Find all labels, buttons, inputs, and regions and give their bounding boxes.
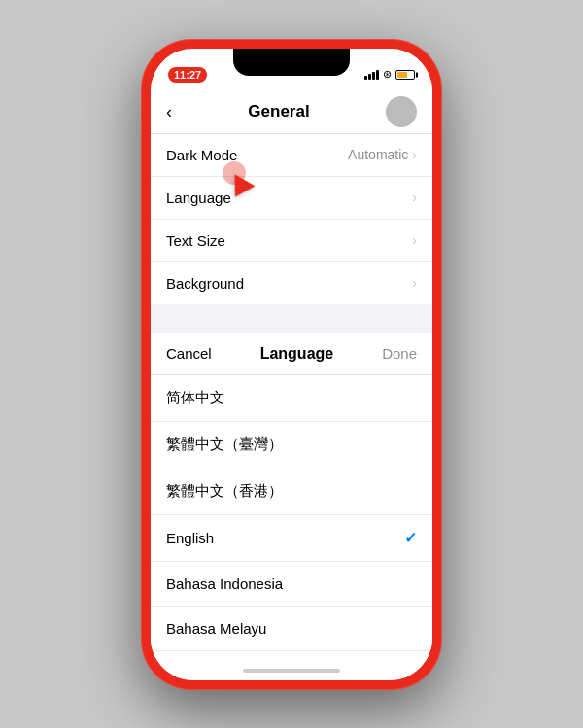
back-arrow-icon: ‹	[166, 103, 172, 121]
language-item[interactable]: Bahasa Melayu	[151, 607, 432, 651]
chevron-icon: ›	[412, 232, 417, 248]
language-item[interactable]: 繁體中文（香港）	[151, 468, 432, 515]
chevron-icon: ›	[412, 275, 417, 291]
language-name: 简体中文	[166, 389, 224, 407]
done-button[interactable]: Done	[382, 345, 417, 362]
page-title: General	[248, 102, 309, 121]
language-name: 繁體中文（香港）	[166, 482, 283, 501]
status-time: 11:27	[168, 67, 207, 83]
language-picker-sheet: Cancel Language Done 简体中文 繁體中文（臺灣） 繁體中文（…	[151, 333, 432, 661]
language-name: 繁體中文（臺灣）	[166, 435, 283, 454]
chevron-icon: ›	[412, 147, 417, 162]
language-name: English	[166, 530, 214, 546]
language-name: Bahasa Melayu	[166, 620, 266, 637]
home-bar	[243, 669, 340, 673]
picker-title: Language	[260, 345, 334, 363]
back-button[interactable]: ‹	[166, 103, 172, 121]
phone-screen: 11:27 ⊛ ‹ General	[151, 49, 432, 680]
chevron-icon: ›	[412, 190, 417, 205]
status-bar: 11:27 ⊛	[151, 49, 432, 91]
notch	[233, 49, 350, 76]
language-item[interactable]: Español	[151, 651, 432, 661]
language-list: 简体中文 繁體中文（臺灣） 繁體中文（香港） English ✓ Bahasa …	[151, 375, 432, 661]
cancel-button[interactable]: Cancel	[166, 345, 212, 362]
wifi-icon: ⊛	[383, 68, 392, 81]
language-row[interactable]: Language ›	[151, 177, 432, 220]
language-item[interactable]: 繁體中文（臺灣）	[151, 422, 432, 468]
text-size-row[interactable]: Text Size ›	[151, 220, 432, 262]
language-item[interactable]: Bahasa Indonesia	[151, 562, 432, 607]
settings-list: Dark Mode Automatic › Language › Text S	[151, 134, 432, 304]
dark-mode-row[interactable]: Dark Mode Automatic ›	[151, 134, 432, 177]
cursor	[228, 179, 252, 198]
section-gap	[151, 304, 432, 333]
signal-icon	[364, 70, 379, 80]
home-indicator	[151, 661, 432, 680]
avatar	[386, 96, 417, 127]
background-row[interactable]: Background ›	[151, 262, 432, 304]
dark-mode-label: Dark Mode	[166, 147, 237, 163]
language-label: Language	[166, 190, 231, 206]
navigation-bar: ‹ General	[151, 91, 432, 134]
battery-icon	[395, 70, 415, 80]
language-name: Bahasa Indonesia	[166, 575, 283, 592]
text-size-label: Text Size	[166, 232, 225, 249]
picker-header: Cancel Language Done	[151, 333, 432, 375]
language-item[interactable]: 简体中文	[151, 375, 432, 422]
status-icons: ⊛	[364, 68, 415, 81]
phone-frame: 11:27 ⊛ ‹ General	[141, 39, 442, 690]
language-item-selected[interactable]: English ✓	[151, 515, 432, 562]
background-label: Background	[166, 275, 244, 292]
dark-mode-value: Automatic	[348, 147, 408, 162]
checkmark-icon: ✓	[404, 529, 417, 547]
